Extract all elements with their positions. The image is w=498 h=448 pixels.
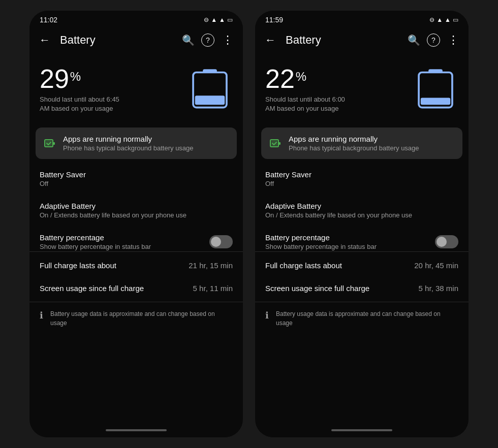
wifi-icon: ▲ bbox=[211, 16, 217, 23]
battery-percent-symbol: % bbox=[70, 70, 81, 84]
settings-item-subtitle: Show battery percentage in status bar bbox=[40, 243, 151, 250]
phone-left: 11:02 ⊖ ▲ ▲ ▭ ← Battery 🔍 ? ⋮ 29 % Shoul… bbox=[29, 11, 243, 437]
settings-list: Battery Saver Off Adaptive Battery On / … bbox=[29, 163, 243, 251]
nav-pill[interactable] bbox=[255, 423, 469, 437]
status-bar: 11:02 ⊖ ▲ ▲ ▭ bbox=[29, 11, 243, 27]
battery-percentage: 29 bbox=[40, 66, 69, 92]
battery-status-icon: ▭ bbox=[227, 16, 233, 23]
more-button[interactable]: ⋮ bbox=[219, 31, 237, 49]
app-bar: ← Battery 🔍 ? ⋮ bbox=[255, 27, 469, 53]
app-bar: ← Battery 🔍 ? ⋮ bbox=[29, 27, 243, 53]
battery-hero: 22 % Should last until about 6:00AM base… bbox=[255, 53, 469, 123]
svg-rect-10 bbox=[278, 142, 281, 145]
settings-item-2[interactable]: Battery percentage Show battery percenta… bbox=[255, 226, 469, 251]
settings-item-row: Battery percentage Show battery percenta… bbox=[40, 233, 233, 250]
do-not-disturb-icon: ⊖ bbox=[429, 16, 434, 23]
toggle-switch[interactable] bbox=[435, 235, 458, 248]
stats-item-0: Full charge lasts about 20 hr, 45 min bbox=[255, 254, 469, 277]
battery-icon bbox=[413, 68, 458, 111]
info-footer: ℹ Battery usage data is approximate and … bbox=[255, 302, 469, 335]
apps-status-text: Apps are running normally Phone has typi… bbox=[289, 135, 454, 152]
info-text: Battery usage data is approximate and ca… bbox=[276, 309, 458, 328]
stats-item-label: Screen usage since full charge bbox=[40, 284, 144, 293]
stats-section: Full charge lasts about 20 hr, 45 min Sc… bbox=[255, 252, 469, 302]
stats-item-value: 21 hr, 15 min bbox=[189, 261, 233, 270]
apps-status-text: Apps are running normally Phone has typi… bbox=[63, 135, 229, 152]
toggle-switch[interactable] bbox=[209, 235, 233, 248]
do-not-disturb-icon: ⊖ bbox=[204, 16, 209, 23]
wifi-icon: ▲ bbox=[437, 16, 443, 23]
apps-status-title: Apps are running normally bbox=[289, 135, 454, 143]
app-bar-actions: 🔍 ? ⋮ bbox=[404, 31, 462, 49]
status-bar: 11:59 ⊖ ▲ ▲ ▭ bbox=[255, 11, 469, 27]
status-time: 11:02 bbox=[40, 16, 57, 24]
nav-bar bbox=[106, 429, 167, 431]
stats-item-value: 5 hr, 38 min bbox=[419, 284, 458, 293]
stats-item-label: Full charge lasts about bbox=[40, 261, 116, 270]
search-button[interactable]: 🔍 bbox=[179, 31, 197, 49]
stats-item-1: Screen usage since full charge 5 hr, 38 … bbox=[255, 277, 469, 300]
stats-item-value: 20 hr, 45 min bbox=[414, 261, 458, 270]
stats-item-0: Full charge lasts about 21 hr, 15 min bbox=[29, 254, 243, 277]
settings-item-2[interactable]: Battery percentage Show battery percenta… bbox=[29, 226, 243, 251]
spacer bbox=[29, 335, 243, 423]
svg-rect-8 bbox=[421, 98, 450, 105]
apps-status-card[interactable]: Apps are running normally Phone has typi… bbox=[261, 127, 462, 159]
search-button[interactable]: 🔍 bbox=[404, 31, 423, 49]
nav-pill[interactable] bbox=[29, 423, 243, 437]
signal-icon: ▲ bbox=[219, 16, 225, 23]
stats-item-1: Screen usage since full charge 5 hr, 11 … bbox=[29, 277, 243, 300]
spacer bbox=[255, 335, 469, 423]
signal-icon: ▲ bbox=[445, 16, 451, 23]
settings-item-title: Battery Saver bbox=[265, 170, 458, 179]
help-button[interactable]: ? bbox=[201, 34, 214, 47]
settings-item-title: Adaptive Battery bbox=[265, 202, 458, 210]
settings-item-1[interactable]: Adaptive Battery On / Extends battery li… bbox=[255, 195, 469, 226]
app-bar-actions: 🔍 ? ⋮ bbox=[179, 31, 237, 49]
battery-hero: 29 % Should last until about 6:45AM base… bbox=[29, 53, 243, 123]
settings-item-subtitle: Off bbox=[40, 180, 233, 187]
settings-item-subtitle: On / Extends battery life based on your … bbox=[40, 211, 233, 219]
battery-estimate: Should last until about 6:00AM based on … bbox=[265, 95, 404, 113]
help-button[interactable]: ? bbox=[427, 34, 440, 47]
stats-item-label: Full charge lasts about bbox=[265, 261, 342, 270]
phone-right: 11:59 ⊖ ▲ ▲ ▭ ← Battery 🔍 ? ⋮ 22 % Shoul… bbox=[255, 11, 469, 437]
toggle-knob bbox=[211, 237, 221, 247]
back-button[interactable]: ← bbox=[261, 31, 279, 49]
info-icon: ℹ bbox=[265, 310, 269, 321]
nav-bar bbox=[331, 429, 392, 431]
battery-percent-row: 29 % bbox=[40, 66, 179, 92]
settings-item-1[interactable]: Adaptive Battery On / Extends battery li… bbox=[29, 195, 243, 226]
battery-check-icon bbox=[269, 137, 282, 149]
back-button[interactable]: ← bbox=[36, 31, 54, 49]
apps-status-subtitle: Phone has typical background battery usa… bbox=[63, 144, 229, 152]
settings-item-title: Battery percentage bbox=[265, 233, 377, 242]
info-footer: ℹ Battery usage data is approximate and … bbox=[29, 302, 243, 335]
settings-item-title: Adaptive Battery bbox=[40, 202, 233, 210]
settings-item-text: Battery percentage Show battery percenta… bbox=[40, 233, 151, 250]
battery-percent-symbol: % bbox=[296, 70, 306, 84]
status-icons: ⊖ ▲ ▲ ▭ bbox=[429, 16, 458, 23]
settings-item-subtitle: On / Extends battery life based on your … bbox=[265, 211, 458, 219]
status-icons: ⊖ ▲ ▲ ▭ bbox=[204, 16, 233, 23]
toggle-knob bbox=[437, 237, 447, 247]
settings-item-title: Battery Saver bbox=[40, 170, 233, 179]
battery-percent-row: 22 % bbox=[265, 66, 404, 92]
battery-status-icon: ▭ bbox=[453, 16, 458, 23]
apps-status-subtitle: Phone has typical background battery usa… bbox=[289, 144, 454, 152]
settings-item-row: Battery percentage Show battery percenta… bbox=[265, 233, 458, 250]
info-icon: ℹ bbox=[40, 310, 43, 321]
stats-section: Full charge lasts about 21 hr, 15 min Sc… bbox=[29, 252, 243, 302]
apps-status-card[interactable]: Apps are running normally Phone has typi… bbox=[36, 127, 237, 159]
settings-list: Battery Saver Off Adaptive Battery On / … bbox=[255, 163, 469, 251]
settings-item-subtitle: Off bbox=[265, 180, 458, 187]
page-title: Battery bbox=[286, 34, 400, 47]
settings-item-text: Battery percentage Show battery percenta… bbox=[265, 233, 377, 250]
more-button[interactable]: ⋮ bbox=[444, 31, 462, 49]
settings-item-0[interactable]: Battery Saver Off bbox=[29, 163, 243, 195]
stats-item-value: 5 hr, 11 min bbox=[193, 284, 233, 293]
status-time: 11:59 bbox=[265, 16, 283, 24]
settings-item-0[interactable]: Battery Saver Off bbox=[255, 163, 469, 195]
svg-rect-4 bbox=[53, 142, 55, 145]
battery-check-icon bbox=[44, 137, 56, 149]
